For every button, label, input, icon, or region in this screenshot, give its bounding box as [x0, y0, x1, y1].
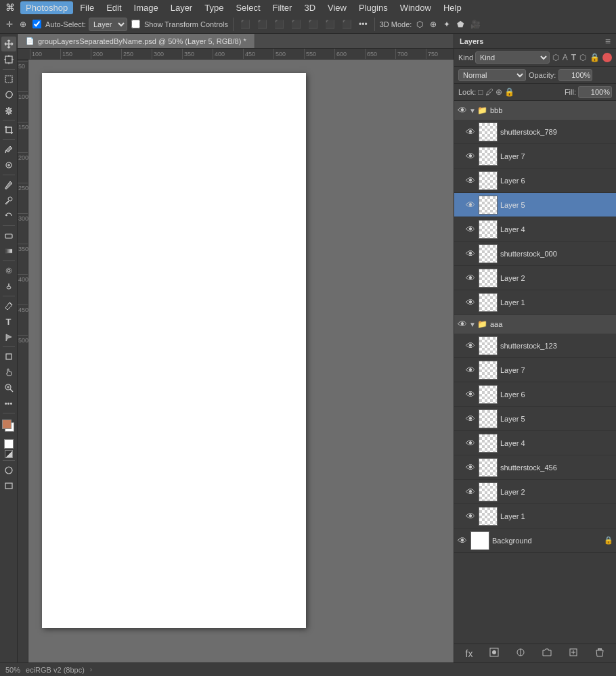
layer-shutterstock-123-visibility[interactable]: 👁 — [465, 340, 476, 351]
layer-bbb-1[interactable]: 👁 Layer 1 — [454, 290, 616, 315]
layer-shutterstock-000-visibility[interactable]: 👁 — [465, 248, 476, 259]
lock-position-icon[interactable]: ⊕ — [496, 87, 502, 97]
layer-shutterstock-456-visibility[interactable]: 👁 — [465, 462, 476, 473]
menu-layer[interactable]: Layer — [165, 1, 198, 14]
brush-tool[interactable] — [1, 177, 16, 192]
layer-bbb-7[interactable]: 👁 Layer 7 — [454, 144, 616, 168]
3d-roll-icon[interactable]: ⊕ — [428, 20, 439, 29]
clone-stamp-tool[interactable] — [1, 193, 16, 208]
distribute-icon[interactable]: ⬛ — [340, 20, 354, 29]
menu-3d[interactable]: 3D — [299, 1, 321, 14]
menu-filter[interactable]: Filter — [267, 1, 298, 14]
document-canvas[interactable] — [42, 73, 306, 628]
menu-file[interactable]: File — [74, 1, 100, 14]
filter-toggle-button[interactable] — [602, 53, 612, 62]
foreground-color-swatch[interactable] — [2, 420, 12, 429]
layer-bbb-2-visibility[interactable]: 👁 — [465, 273, 476, 284]
menu-help[interactable]: Help — [438, 1, 467, 14]
text-tool[interactable]: T — [1, 314, 16, 329]
more-tools-btn[interactable]: ••• — [1, 396, 16, 411]
lasso-tool[interactable] — [1, 87, 16, 102]
new-layer-button[interactable] — [566, 646, 581, 660]
switch-colors-icon[interactable] — [5, 450, 13, 458]
layer-aaa-5-visibility[interactable]: 👁 — [465, 413, 476, 424]
align-top-icon[interactable]: ⬛ — [289, 20, 303, 29]
dodge-tool[interactable] — [1, 279, 16, 294]
status-arrow[interactable]: › — [90, 666, 92, 673]
layer-bbb-7-visibility[interactable]: 👁 — [465, 151, 476, 162]
eyedropper-tool[interactable] — [1, 142, 16, 157]
group-bbb-chevron[interactable]: ▼ — [469, 107, 476, 114]
3d-rotate-icon[interactable]: ⬡ — [414, 20, 425, 29]
3d-scale-icon[interactable]: 🎥 — [468, 20, 483, 29]
align-center-icon[interactable]: ⬛ — [255, 20, 269, 29]
quick-mask-tool[interactable] — [1, 463, 16, 478]
filter-adjustment-icon[interactable]: A — [562, 52, 569, 63]
new-group-button[interactable] — [540, 646, 554, 660]
more-options-icon[interactable]: ••• — [357, 20, 370, 29]
layer-shutterstock-123[interactable]: 👁 shutterstock_123 — [454, 334, 616, 358]
history-brush-tool[interactable] — [1, 208, 16, 223]
add-mask-button[interactable] — [487, 646, 502, 660]
layer-shutterstock-456[interactable]: 👁 shutterstock_456 — [454, 455, 616, 480]
pen-tool[interactable] — [1, 298, 16, 313]
filter-pixel-icon[interactable]: ⬡ — [552, 52, 560, 63]
path-select-tool[interactable] — [1, 330, 16, 344]
hand-tool[interactable] — [1, 365, 16, 380]
menu-photoshop[interactable]: Photoshop — [20, 1, 73, 14]
menu-edit[interactable]: Edit — [101, 1, 127, 14]
group-bbb-visibility[interactable]: 👁 — [457, 105, 468, 116]
adjustment-layer-button[interactable] — [513, 646, 528, 660]
layer-aaa-6-visibility[interactable]: 👁 — [465, 389, 476, 400]
eraser-tool[interactable] — [1, 228, 16, 243]
show-transform-checkbox[interactable] — [131, 20, 140, 28]
zoom-tool[interactable] — [1, 380, 16, 395]
document-tab[interactable]: 📄 groupLayersSeparatedByName.psd @ 50% (… — [18, 34, 255, 48]
layer-fx-button[interactable]: fx — [463, 647, 476, 660]
opacity-input[interactable] — [558, 69, 592, 81]
align-right-icon[interactable]: ⬛ — [272, 20, 286, 29]
layer-bbb-4-visibility[interactable]: 👁 — [465, 224, 476, 235]
filter-text-icon[interactable]: T — [571, 52, 577, 63]
menu-select[interactable]: Select — [230, 1, 265, 14]
layer-shutterstock-789-visibility[interactable]: 👁 — [465, 127, 476, 137]
layer-bbb-4[interactable]: 👁 Layer 4 — [454, 217, 616, 242]
align-middle-icon[interactable]: ⬛ — [306, 20, 320, 29]
layer-bbb-6[interactable]: 👁 Layer 6 — [454, 168, 616, 193]
delete-layer-button[interactable] — [592, 646, 607, 660]
lock-all-icon[interactable]: 🔒 — [504, 87, 514, 97]
layer-bbb-5-visibility[interactable]: 👁 — [465, 200, 476, 210]
group-aaa-visibility[interactable]: 👁 — [457, 319, 468, 330]
group-aaa-chevron[interactable]: ▼ — [469, 321, 476, 328]
shape-tool[interactable] — [1, 349, 16, 364]
menu-view[interactable]: View — [322, 1, 352, 14]
lock-image-icon[interactable]: 🖊 — [485, 87, 493, 97]
artboard-tool[interactable] — [1, 52, 16, 67]
layer-aaa-1[interactable]: 👁 Layer 1 — [454, 504, 616, 528]
blend-mode-dropdown[interactable]: Normal Multiply Screen Overlay — [458, 69, 526, 81]
menu-plugins[interactable]: Plugins — [353, 1, 393, 14]
layer-bbb-6-visibility[interactable]: 👁 — [465, 175, 476, 186]
group-bbb-header[interactable]: 👁 ▼ 📁 bbb — [454, 101, 616, 120]
lock-transparent-icon[interactable]: □ — [478, 87, 483, 97]
fill-input[interactable] — [578, 86, 612, 98]
magic-wand-tool[interactable] — [1, 103, 16, 118]
layer-shutterstock-000[interactable]: 👁 shutterstock_000 — [454, 242, 616, 266]
blur-tool[interactable] — [1, 263, 16, 278]
menu-type[interactable]: Type — [199, 1, 229, 14]
layer-bbb-5[interactable]: 👁 Layer 5 — [454, 193, 616, 217]
menu-window[interactable]: Window — [395, 1, 437, 14]
align-left-icon[interactable]: ⬛ — [238, 20, 252, 29]
layer-shutterstock-789[interactable]: 👁 shutterstock_789 — [454, 120, 616, 144]
layer-aaa-2[interactable]: 👁 Layer 2 — [454, 480, 616, 504]
crop-tool[interactable] — [1, 122, 16, 137]
canvas-content[interactable] — [28, 60, 454, 662]
group-aaa-header[interactable]: 👁 ▼ 📁 aaa — [454, 315, 616, 334]
filter-dropdown[interactable]: Kind Name Effect — [475, 51, 550, 64]
layer-bbb-2[interactable]: 👁 Layer 2 — [454, 266, 616, 290]
layer-aaa-7-visibility[interactable]: 👁 — [465, 365, 476, 376]
screen-mode-tool[interactable] — [1, 478, 16, 493]
auto-select-dropdown[interactable]: Layer Group — [89, 18, 127, 31]
layer-aaa-1-visibility[interactable]: 👁 — [465, 511, 476, 522]
layer-aaa-5[interactable]: 👁 Layer 5 — [454, 407, 616, 431]
